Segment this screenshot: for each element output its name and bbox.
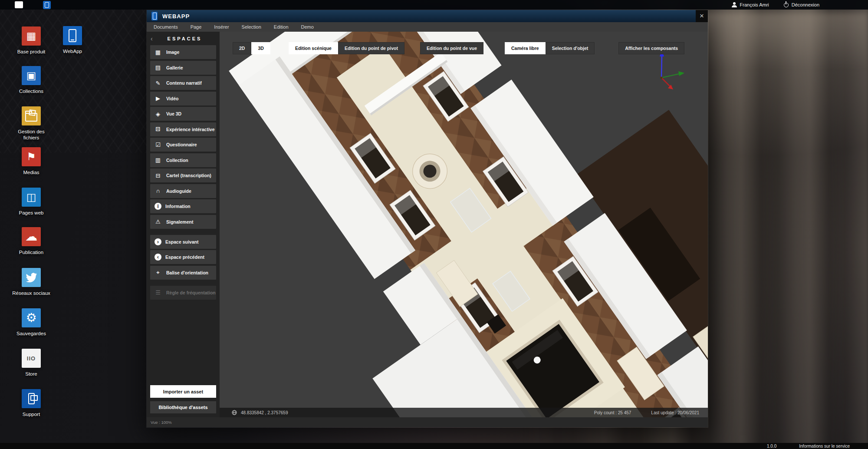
toolbar-2d[interactable]: 2D — [233, 42, 251, 54]
folder-icon — [25, 113, 37, 122]
sidebar-item-vue-3d[interactable]: ◈Vue 3D — [150, 107, 216, 121]
collection-icon: ▥ — [154, 157, 162, 163]
app-version: 1.0.0 — [767, 444, 776, 449]
sidebar-item-collection[interactable]: ▥Collection — [150, 153, 216, 167]
user-menu[interactable]: François Amri — [732, 2, 769, 7]
app-phone-icon — [151, 12, 158, 20]
twitter-bird-icon — [25, 271, 37, 284]
import-asset-button[interactable]: Importer un asset — [150, 385, 216, 398]
pages-web-tile: ◫ — [22, 188, 41, 207]
menu-demo[interactable]: Demo — [301, 24, 314, 30]
medias-tile: ⚑ — [22, 147, 41, 166]
layout-icon: ◫ — [26, 192, 36, 202]
prev-arrow-icon: ‹ — [155, 254, 161, 261]
sidebar-item-espace-precedent[interactable]: ‹Espace précédent — [150, 250, 216, 264]
sidebar-item-espace-suivant[interactable]: ›Espace suivant — [150, 235, 216, 249]
phone-chat-icon — [28, 393, 35, 404]
webapp-tile — [63, 26, 82, 45]
cloud-icon: ☁ — [25, 231, 37, 243]
sidebar-item-gallerie[interactable]: ▤Gallerie — [150, 61, 216, 75]
menu-edition[interactable]: Edition — [274, 24, 289, 30]
phone-app-icon[interactable] — [43, 1, 51, 9]
gear-icon: ⚙ — [26, 312, 36, 324]
collapse-chevron-icon[interactable]: ‹ — [151, 35, 156, 42]
sidebar-item-experience-interactive[interactable]: ⚄Expérience intéractive — [150, 122, 216, 136]
window-title: WEBAPP — [162, 13, 190, 20]
narrative-icon: ✎ — [154, 80, 162, 86]
desktop-icon-store[interactable]: IIO Store — [12, 349, 51, 377]
warning-icon: ⚠ — [154, 219, 162, 224]
menu-selection[interactable]: Selection — [242, 24, 261, 30]
window-titlebar[interactable]: WEBAPP × — [147, 10, 708, 22]
headphones-icon: ∩ — [154, 188, 162, 194]
sidebar-title: ESPACES — [156, 36, 214, 41]
toolbar-edition-point-de-vue[interactable]: Edition du point de vue — [420, 42, 483, 54]
viewport-statusbar: 48.8335842 , 2.3757659 Poly count : 25 4… — [220, 408, 708, 417]
desktop-icon-webapp[interactable]: WebApp — [53, 26, 92, 54]
base-produit-tile: ▦ — [22, 26, 41, 46]
sidebar-item-balise-orientation[interactable]: ⌖Balise d'orientation — [150, 266, 216, 280]
arcade-icon: ⚄ — [154, 126, 162, 132]
espaces-sidebar: ‹ ESPACES ▦Image ▤Gallerie ✎Contenu narr… — [147, 32, 220, 417]
service-info-link[interactable]: Informations sur le service — [799, 444, 850, 449]
sauvegardes-tile: ⚙ — [22, 308, 41, 327]
phone-icon — [69, 29, 76, 42]
museum-3d-render[interactable] — [220, 32, 708, 417]
toolbar-camera-libre[interactable]: Caméra libre — [505, 42, 546, 54]
menu-page[interactable]: Page — [191, 24, 202, 30]
toolbar-selection-objet[interactable]: Selection d'objet — [546, 42, 595, 54]
store-logo-icon: IIO — [27, 356, 36, 361]
toolbar-3d[interactable]: 3D — [251, 42, 270, 54]
top-taskbar: François Amri Déconnexion — [0, 0, 868, 10]
document-icon[interactable] — [15, 1, 23, 8]
table-icon: ▦ — [26, 31, 36, 41]
info-icon: i — [155, 203, 161, 210]
webapp-window: WEBAPP × Documents Page Insérer Selectio… — [146, 10, 708, 428]
viewport-toolbar: 2D 3D Edition scénique Edition du point … — [233, 42, 684, 54]
person-icon — [732, 2, 737, 7]
menu-documents[interactable]: Documents — [154, 24, 178, 30]
sidebar-item-questionnaire[interactable]: ☑Questionnaire — [150, 138, 216, 152]
next-arrow-icon: › — [155, 238, 161, 245]
asset-library-button[interactable]: Bibliothèque d'assets — [150, 401, 216, 413]
support-tile — [22, 389, 41, 408]
toolbar-afficher-composants[interactable]: Afficher les composants — [618, 42, 684, 54]
beacon-icon: ⌖ — [154, 270, 162, 275]
desktop-icon-pages-web[interactable]: ◫ Pages web — [12, 188, 51, 216]
flag-icon: ⚑ — [26, 152, 36, 162]
3d-viewport[interactable]: 2D 3D Edition scénique Edition du point … — [220, 32, 708, 417]
sidebar-item-audioguide[interactable]: ∩Audioguide — [150, 184, 216, 198]
store-tile: IIO — [22, 349, 41, 368]
sidebar-item-contenu-narratif[interactable]: ✎Contenu narratif — [150, 76, 216, 90]
close-button[interactable]: × — [696, 10, 708, 22]
sidebar-item-image[interactable]: ▦Image — [150, 45, 216, 59]
sidebar-item-video[interactable]: ▶Vidéo — [150, 92, 216, 106]
puzzle-icon: ☑ — [154, 142, 162, 148]
power-icon — [784, 3, 789, 7]
logout-button[interactable]: Déconnexion — [784, 2, 819, 7]
desktop-icon-support[interactable]: Support — [12, 389, 51, 417]
sidebar-item-signalement[interactable]: ⚠Signalement — [150, 215, 216, 229]
desktop-icon-collections[interactable]: ▣ Collections — [12, 66, 51, 94]
bottom-taskbar: 1.0.0 Informations sur le service — [0, 443, 868, 449]
zoom-level: Vue : 100% — [151, 420, 172, 425]
image-icon: ▦ — [154, 50, 162, 55]
desktop-icon-reseaux-sociaux[interactable]: Réseaux sociaux — [12, 268, 51, 296]
gps-coordinates: 48.8335842 , 2.3757659 — [241, 410, 288, 415]
toolbar-edition-pivot[interactable]: Edition du point de pivot — [338, 42, 404, 54]
desktop-icon-base-produit[interactable]: ▦ Base produit — [12, 26, 51, 55]
toolbar-edition-scenique[interactable]: Edition scénique — [289, 42, 338, 54]
globe-icon — [232, 410, 237, 415]
desktop-icon-sauvegardes[interactable]: ⚙ Sauvegardes — [12, 308, 51, 337]
gallery-icon: ▤ — [154, 65, 162, 70]
desktop-icon-publication[interactable]: ☁ Publication — [12, 227, 51, 255]
sidebar-item-information[interactable]: iInformation — [150, 199, 216, 213]
last-update: Last update : 20/06/2021 — [651, 410, 699, 415]
desktop-icon-gestion-fichiers[interactable]: Gestion des fichiers — [12, 106, 51, 141]
menu-inserer[interactable]: Insérer — [214, 24, 229, 30]
sidebar-item-cartel[interactable]: ⊟Cartel (transcription) — [150, 168, 216, 182]
collections-tile: ▣ — [22, 66, 41, 85]
screen-icon: ⊟ — [154, 173, 162, 178]
reseaux-sociaux-tile — [22, 268, 41, 287]
desktop-icon-medias[interactable]: ⚑ Medias — [12, 147, 51, 175]
